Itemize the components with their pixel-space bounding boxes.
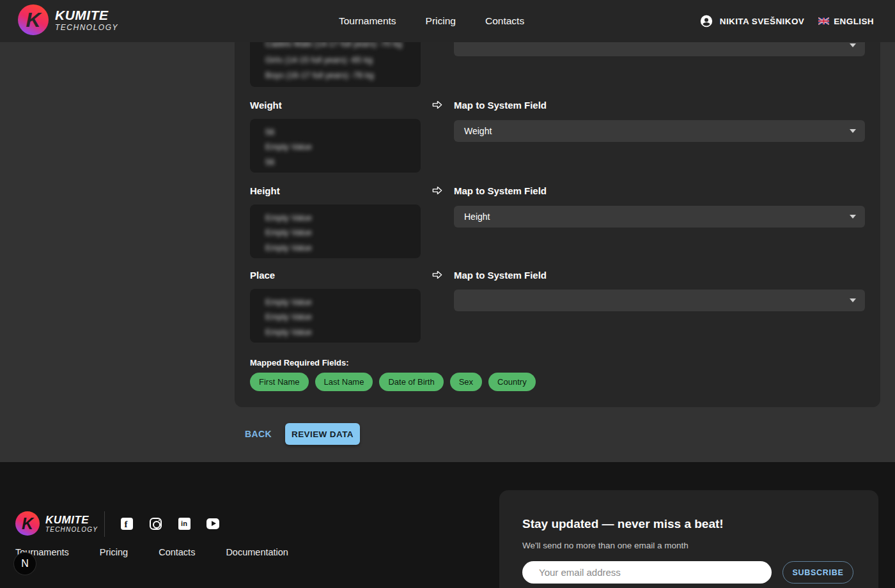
column-label-height: Height [250,185,280,196]
facebook-icon[interactable]: f [120,517,133,530]
nav-item-tournaments[interactable]: Tournaments [339,15,396,27]
chip-country: Country [488,373,536,391]
user-name: NIKITA SVEŠNIKOV [720,17,804,26]
chip-last-name: Last Name [315,373,373,391]
brand-tagline: TECHNOLOGY [45,527,98,533]
email-input[interactable] [522,561,772,584]
system-field-select-height[interactable]: Height [454,206,865,228]
top-navbar: K KUMITE TECHNOLOGY Tournaments Pricing … [0,0,895,42]
chip-date-of-birth: Date of Birth [379,373,443,391]
preview-value: Empty Value [265,293,405,308]
map-to-system-field-label: Map to System Field [454,270,547,281]
map-arrow-icon [431,268,444,281]
field-mapping-panel: Cadets Male (14-17 full years) -70 kg Gi… [235,0,880,407]
preview-value: Empty Value [265,323,405,338]
system-field-select-place[interactable] [454,290,865,311]
preview-value: Boys (16-17 full years) -76 kg [265,66,405,82]
map-to-system-field-label: Map to System Field [454,185,547,196]
chat-widget-button[interactable]: N [14,553,36,575]
select-value: Weight [464,126,492,136]
map-arrow-icon [431,98,444,111]
chevron-down-icon [850,298,856,302]
map-to-system-field-label: Map to System Field [454,100,547,111]
review-data-button[interactable]: REVIEW DATA [285,423,360,445]
uk-flag-icon [818,17,829,25]
preview-value: Empty Value [265,224,405,238]
nav-item-pricing[interactable]: Pricing [426,15,456,27]
preview-box-place: Empty Value Empty Value Empty Value [250,289,421,343]
social-links: f in [120,517,219,530]
preview-value: Empty Value [265,239,405,254]
preview-box-weight: 56 Empty Value 56 [250,119,421,173]
preview-value: Empty Value [265,138,405,153]
chip-first-name: First Name [250,373,309,391]
preview-box-height: Empty Value Empty Value Empty Value [250,205,421,258]
newsletter-card: Stay updated — never miss a beat! We'll … [499,490,878,588]
instagram-icon[interactable] [149,517,162,530]
brand-tagline: TECHNOLOGY [55,24,118,31]
footer-brand-logo[interactable]: K KUMITE TECHNOLOGY [15,511,98,536]
brand-name: KUMITE [55,8,118,22]
preview-value: 56 [265,123,405,138]
chevron-down-icon [850,215,856,219]
brand-logo[interactable]: K KUMITE TECHNOLOGY [18,4,118,35]
linkedin-icon[interactable]: in [178,517,191,530]
footer-link-documentation[interactable]: Documentation [226,547,288,557]
chevron-down-icon [850,43,856,47]
back-button[interactable]: BACK [240,424,277,444]
required-field-chips: First Name Last Name Date of Birth Sex C… [250,373,536,391]
newsletter-title: Stay updated — never miss a beat! [522,517,724,531]
mapped-required-fields-label: Mapped Required Fields: [250,358,349,368]
user-menu[interactable]: NIKITA SVEŠNIKOV [699,14,804,28]
preview-value: Girls (14-15 full years) -65 kg [265,51,405,67]
footer-link-contacts[interactable]: Contacts [159,547,195,557]
brand-name: KUMITE [45,514,98,525]
kumite-logo-icon: K [18,4,49,35]
account-circle-icon [699,14,713,28]
preview-value: Empty Value [265,308,405,323]
footer-nav: Tournaments Pricing Contacts Documentati… [15,547,288,557]
chevron-down-icon [850,129,856,133]
footer: K KUMITE TECHNOLOGY f in Tournaments Pri… [0,462,895,588]
footer-link-pricing[interactable]: Pricing [100,547,128,557]
kumite-logo-icon: K [15,511,40,536]
chip-sex: Sex [450,373,482,391]
select-value: Height [464,212,490,222]
language-label: ENGLISH [834,17,874,26]
youtube-icon[interactable] [206,517,219,530]
preview-value: Empty Value [265,209,405,224]
nav-item-contacts[interactable]: Contacts [485,15,524,27]
column-label-place: Place [250,270,275,281]
map-arrow-icon [431,184,444,197]
subscribe-button[interactable]: SUBSCRIBE [782,561,853,584]
column-label-weight: Weight [250,100,282,111]
language-switcher[interactable]: ENGLISH [818,17,874,26]
system-field-select-weight[interactable]: Weight [454,120,865,142]
footer-divider [104,511,105,537]
preview-value: 56 [265,153,405,168]
main-nav: Tournaments Pricing Contacts [339,0,524,42]
newsletter-subtitle: We'll send no more than one email a mont… [522,541,689,550]
